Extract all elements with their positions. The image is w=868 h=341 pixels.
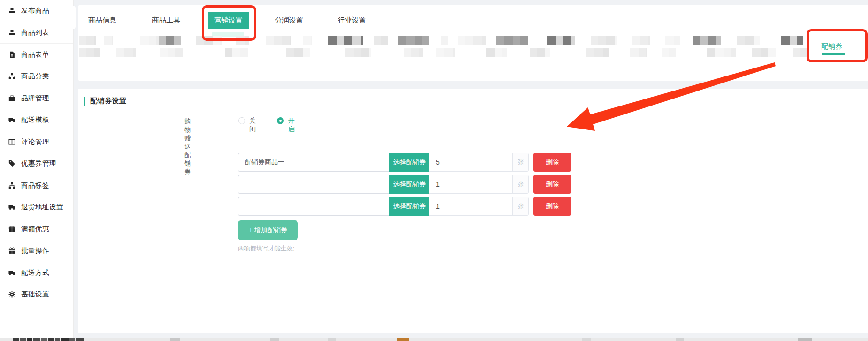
qty-unit-label: 张 <box>512 197 528 215</box>
sidebar-item-basic-settings[interactable]: 基础设置 <box>0 284 73 306</box>
section-header: 配销券设置 <box>84 97 127 106</box>
tab-marketing-settings-active[interactable]: 营销设置 <box>208 12 249 29</box>
gear-icon <box>8 291 15 298</box>
tab-product-tools[interactable]: 商品工具 <box>152 16 180 25</box>
radio-off[interactable] <box>238 117 245 124</box>
tab-product-info[interactable]: 商品信息 <box>88 16 116 25</box>
tabs-panel: 商品信息 商品工具 营销设置 分润设置 行业设置 配销券 <box>78 5 868 81</box>
coupon-product-input[interactable] <box>238 197 389 216</box>
section-title: 配销券设置 <box>90 97 127 106</box>
sidebar-item-label: 配送模板 <box>21 115 49 124</box>
columns-icon <box>8 138 15 145</box>
select-coupon-button[interactable]: 选择配销券 <box>389 175 429 194</box>
sidebar-item-batch-operation[interactable]: 批量操作 <box>0 240 73 262</box>
sidebar-item-label: 基础设置 <box>21 290 49 299</box>
gift-icon <box>8 247 15 255</box>
truck-icon <box>8 204 15 211</box>
gift-icon <box>8 225 15 233</box>
sidebar-item-coupon-management[interactable]: 优惠券管理 <box>0 153 73 175</box>
form-hint-text: 两项都填写才能生效; <box>238 244 295 253</box>
coupon-product-input[interactable] <box>238 175 389 194</box>
sidebar-item-delivery-method[interactable]: 配送方式 <box>0 262 73 284</box>
coupon-settings-panel: 配销券设置 购物赠送配销券 关闭 开启 选择配销券 张 删除 选择配销券 张 <box>78 89 868 333</box>
subtab-active-underline <box>822 53 845 55</box>
truck-icon <box>8 269 15 276</box>
radio-on-label[interactable]: 开启 <box>288 117 295 134</box>
redacted-subtabs-row-2 <box>78 48 868 57</box>
sidebar-item-brand-management[interactable]: 品牌管理 <box>0 87 73 109</box>
truck-icon <box>8 116 15 124</box>
sidebar-scrollbar-thumb[interactable] <box>70 6 76 29</box>
coupon-product-input[interactable] <box>238 153 389 172</box>
sidebar-item-review-management[interactable]: 评论管理 <box>0 131 73 153</box>
sidebar-item-label: 商品标签 <box>21 181 49 190</box>
briefcase-icon <box>8 94 15 102</box>
section-accent-bar <box>84 97 85 106</box>
sidebar-item-label: 评论管理 <box>21 137 49 146</box>
sidebar-item-product-tags[interactable]: 商品标签 <box>0 174 73 197</box>
qty-unit-label: 张 <box>512 153 528 171</box>
cubes-icon <box>8 29 15 36</box>
coupon-qty-input[interactable] <box>429 197 512 215</box>
sidebar-item-delivery-template[interactable]: 配送模板 <box>0 109 73 131</box>
radio-on-selected[interactable] <box>277 117 284 124</box>
select-coupon-button[interactable]: 选择配销券 <box>389 197 429 216</box>
quantity-field: 张 <box>429 175 529 194</box>
quantity-field: 张 <box>429 153 529 172</box>
sidebar-item-label: 发布商品 <box>21 6 49 15</box>
sidebar-item-label: 配送方式 <box>21 268 49 277</box>
coupon-row-3: 选择配销券 张 删除 <box>238 197 571 216</box>
sidebar-item-label: 批量操作 <box>21 246 49 255</box>
sidebar-item-label: 退货地址设置 <box>21 203 63 212</box>
sitemap-icon <box>8 73 15 80</box>
coupon-row-2: 选择配销券 张 删除 <box>238 175 571 194</box>
sidebar-item-label: 商品分类 <box>21 72 49 81</box>
sidebar-item-label: 商品列表 <box>21 28 49 37</box>
coupon-qty-input[interactable] <box>429 153 512 171</box>
coupon-qty-input[interactable] <box>429 175 512 193</box>
file-excel-icon <box>8 51 15 58</box>
delete-coupon-button[interactable]: 删除 <box>533 175 571 194</box>
sidebar-item-label: 品牌管理 <box>21 94 49 103</box>
tab-industry-settings[interactable]: 行业设置 <box>338 16 366 25</box>
cubes-icon <box>8 7 15 15</box>
coupon-row-1: 选择配销券 张 删除 <box>238 153 571 172</box>
sitemap-icon <box>8 182 15 189</box>
redacted-subtabs-row-1 <box>78 36 868 45</box>
tab-profit-settings[interactable]: 分润设置 <box>275 16 303 25</box>
delete-coupon-button[interactable]: 删除 <box>533 153 571 172</box>
sidebar-item-label: 优惠券管理 <box>21 159 56 168</box>
sidebar-item-product-list[interactable]: 商品列表 <box>0 22 73 44</box>
delete-coupon-button[interactable]: 删除 <box>533 197 571 216</box>
app-window: 发布商品 商品列表 商品表单 商品分类 品牌管理 配送模板 评论管理 优惠券管理… <box>0 0 868 341</box>
tags-icon <box>8 160 15 167</box>
subtab-distribution-coupon[interactable]: 配销券 <box>821 42 842 51</box>
sidebar-item-product-category[interactable]: 商品分类 <box>0 66 73 88</box>
gift-coupon-label: 购物赠送配销券 <box>184 117 191 176</box>
sidebar-item-full-discount[interactable]: 满额优惠 <box>0 218 73 240</box>
sidebar-item-label: 商品表单 <box>21 50 49 59</box>
quantity-field: 张 <box>429 197 529 216</box>
redacted-bottom-bar <box>0 338 868 341</box>
sidebar-item-product-form[interactable]: 商品表单 <box>0 44 73 66</box>
radio-off-label[interactable]: 关闭 <box>249 117 256 134</box>
sidebar-item-publish-product[interactable]: 发布商品 <box>0 0 73 22</box>
qty-unit-label: 张 <box>512 175 528 193</box>
select-coupon-button[interactable]: 选择配销券 <box>389 153 429 172</box>
sidebar: 发布商品 商品列表 商品表单 商品分类 品牌管理 配送模板 评论管理 优惠券管理… <box>0 0 74 338</box>
sidebar-item-label: 满额优惠 <box>21 225 49 234</box>
add-coupon-button[interactable]: + 增加配销券 <box>238 220 298 240</box>
sidebar-item-return-address[interactable]: 退货地址设置 <box>0 197 73 219</box>
